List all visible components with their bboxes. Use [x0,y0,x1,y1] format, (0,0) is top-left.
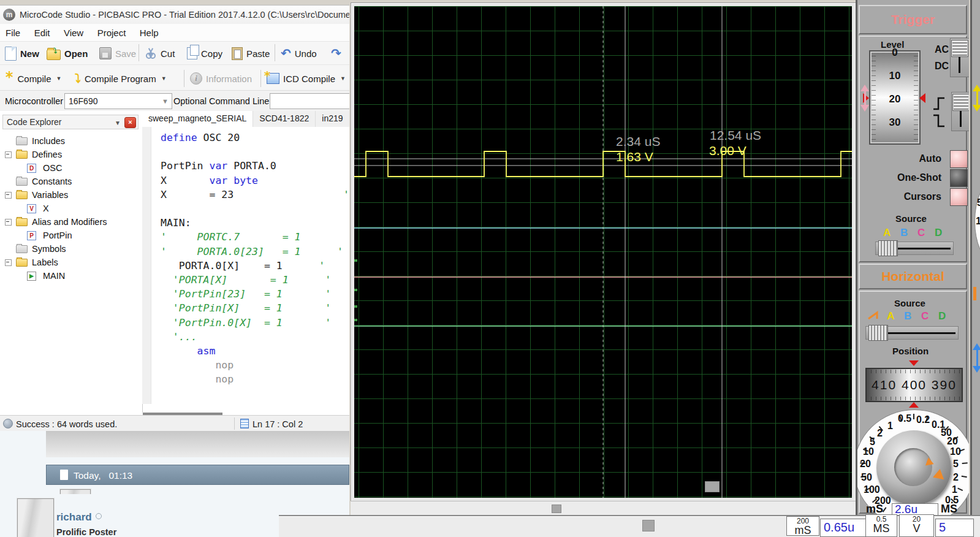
chevron-down-icon: ▼ [340,75,346,82]
timebase-label: 0.5 [898,413,911,424]
menu-project[interactable]: Project [92,24,132,38]
timebase-box[interactable]: 0.5MS [865,514,897,537]
command-line-input[interactable] [270,93,349,109]
level-adjust-arrow[interactable] [860,85,869,112]
tree-item-main[interactable]: ▶MAIN [0,269,142,283]
redo-icon: ↷ [331,47,341,59]
meter-scale-value: 0 [870,47,919,59]
new-button[interactable]: New [5,45,39,62]
tree-item-label: PortPin [43,230,72,240]
scope-scrollbar-thumb[interactable] [705,481,720,492]
adjust-arrow[interactable] [973,343,980,373]
knob-pointer [933,469,948,484]
tree-item-label: Includes [32,136,65,146]
tree-item-symbols[interactable]: Symbols [0,242,142,256]
chevron-down-icon[interactable]: ▼ [115,116,121,130]
one-shot-button[interactable] [950,169,968,187]
tree-item-alias-and-modifiers[interactable]: Alias and Modifiers [0,215,142,229]
paste-button[interactable]: Paste [232,45,270,62]
tree-collapse-icon[interactable] [5,192,12,199]
menu-view[interactable]: View [58,24,89,38]
code-editor[interactable]: define OSC 20 PortPin var PORTA.0X var b… [142,127,349,404]
trigger-header: Trigger [859,5,967,34]
tree-item-portpin[interactable]: PPortPin [0,229,142,242]
tree-collapse-icon[interactable] [5,151,12,158]
tab-scd41-1822[interactable]: SCD41-1822 [253,111,316,127]
forum-header-band [46,430,349,457]
cursors-label: Cursors [904,191,941,202]
save-button[interactable]: Save [99,45,136,62]
compile-program-button[interactable]: ⤵Compile Program▼ [75,70,167,87]
code-line: ' PORTC.7 = 1 [161,230,349,244]
tree-item-includes[interactable]: Includes [0,134,142,148]
scrollbar-thumb[interactable] [642,520,655,531]
horizontal-source-slider[interactable] [865,326,959,340]
tree-item-variables[interactable]: Variables [0,188,142,202]
open-button[interactable]: ⤵Open [47,45,88,62]
tab-in219[interactable]: in219 [316,111,349,127]
box-play-icon: ▶ [27,272,36,281]
timebase-knob[interactable] [876,430,951,505]
position-drum[interactable]: 410 400 390 [865,368,963,402]
compile-button[interactable]: *Compile▼ [5,70,61,87]
save-icon [99,47,112,59]
menu-file[interactable]: File [0,24,26,38]
menu-help[interactable]: Help [134,24,164,38]
readout-box[interactable]: 5 [935,519,974,537]
toolbar-separator [260,70,261,87]
copy-button[interactable]: Copy [187,45,222,62]
redo-button[interactable]: ↷ [331,45,341,62]
scope-scrollbar-thumb[interactable] [552,505,561,513]
tree-collapse-icon[interactable] [5,259,12,266]
drum-ticks [867,370,962,373]
bottom-window-strip: 200mS 0.65u 0.5MS 20V 5 [279,515,980,537]
menu-edit[interactable]: Edit [29,24,56,38]
volts-box[interactable]: 20V [899,514,934,537]
app-icon: m [3,9,15,21]
tree-item-label: OSC [43,163,62,173]
timebase-unit-ms: mS [866,503,883,515]
code-explorer-panel: Code Explorer ▼ × IncludesDefinesDOSCCon… [0,111,143,413]
timebase-label: 20 [947,436,958,447]
scale-label: 1 [976,216,980,227]
ide-titlebar[interactable]: m MicroCode Studio - PICBASIC PRO - Tria… [0,6,349,25]
close-icon[interactable]: × [124,117,136,128]
code-line: 'PORTA[X] = 1 ' [161,273,349,287]
tree-item-osc[interactable]: DOSC [0,161,142,175]
avatar[interactable] [17,498,54,537]
username-link[interactable]: richard [56,511,102,524]
cursor-position: Ln 17 : Col 2 [253,419,303,429]
auto-button[interactable] [950,150,968,168]
microcontroller-select[interactable]: 16F690▼ [64,93,172,109]
timebase-box[interactable]: 200mS [786,516,819,536]
ac-dc-switch[interactable] [950,38,969,77]
tab-sweep-magneto-serial[interactable]: sweep_magneto_SERIAL [142,111,253,127]
code-line: X var byte [161,173,349,188]
timebase-label: 50 [861,472,872,483]
trigger-level-meter[interactable]: 0 10 20 30 [869,50,921,145]
trigger-source-slider[interactable] [875,242,954,255]
box-p-icon: P [27,231,36,240]
open-folder-icon: ⤵ [47,50,61,60]
tree-item-constants[interactable]: Constants [0,175,142,188]
readout-box[interactable]: 0.65u [820,519,867,537]
code-explorer-tree: IncludesDefinesDOSCConstantsVariablesVXA… [0,134,142,283]
tree-item-defines[interactable]: Defines [0,148,142,161]
cut-button[interactable]: Cut [145,45,175,62]
toolbar-separator [184,70,184,87]
edge-select-switch[interactable] [951,92,969,131]
icd-compile-button[interactable]: ICD Compile▼ [267,70,346,87]
undo-button[interactable]: ↶Undo [281,45,317,62]
adjust-arrow[interactable] [973,85,980,112]
undo-icon: ↶ [281,47,291,59]
code-explorer-header[interactable]: Code Explorer ▼ × [2,115,139,129]
tree-item-label: Constants [32,177,72,186]
tree-collapse-icon[interactable] [5,219,12,226]
tree-item-labels[interactable]: Labels [0,256,142,269]
information-button[interactable]: iInformation [190,70,252,87]
auto-label: Auto [919,153,941,164]
statusbar-separator [234,417,235,430]
cursors-button[interactable] [950,188,968,206]
forum-date-bar: Today, 01:13 [46,465,349,485]
tree-item-x[interactable]: VX [0,202,142,215]
